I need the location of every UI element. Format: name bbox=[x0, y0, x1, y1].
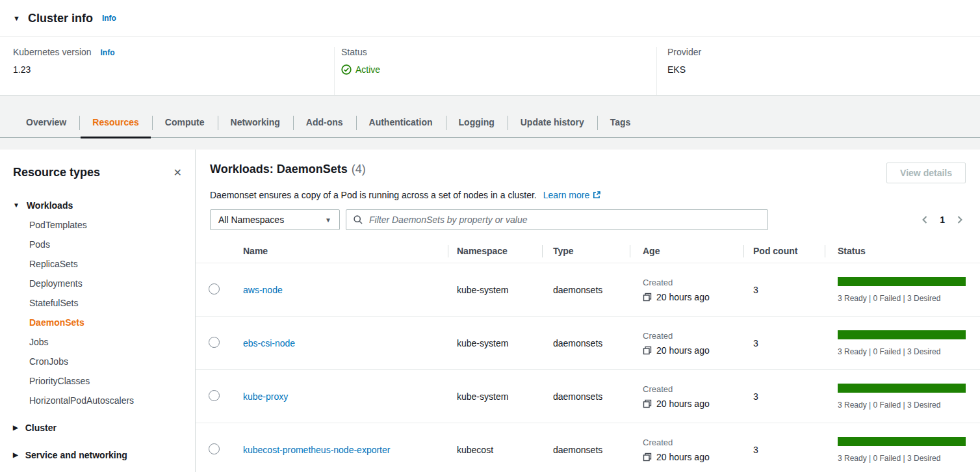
namespace-filter-value: All Namespaces bbox=[218, 215, 284, 225]
tabs-strip: Overview Resources Compute Networking Ad… bbox=[0, 96, 980, 150]
row-radio-button[interactable] bbox=[209, 443, 220, 454]
sidebar-item-podtemplates[interactable]: PodTemplates bbox=[29, 215, 186, 235]
sidebar-item-cronjobs[interactable]: CronJobs bbox=[29, 352, 186, 371]
namespace-cell: kube-system bbox=[448, 391, 542, 402]
copy-icon[interactable] bbox=[643, 346, 652, 355]
kubernetes-version-label: Kubernetes version bbox=[13, 47, 92, 57]
namespace-cell: kubecost bbox=[448, 445, 542, 455]
cluster-info-info-link[interactable]: Info bbox=[102, 14, 116, 23]
copy-icon[interactable] bbox=[643, 452, 652, 462]
pod-count-cell: 3 bbox=[743, 445, 825, 455]
sidebar-item-replicasets[interactable]: ReplicaSets bbox=[29, 254, 186, 274]
row-radio-button[interactable] bbox=[209, 390, 220, 401]
status-cell: 3 Ready | 0 Failed | 3 Desired bbox=[825, 437, 980, 463]
daemonsets-description: Daemonset ensures a copy of a Pod is run… bbox=[210, 190, 537, 200]
tab-tags[interactable]: Tags bbox=[597, 109, 644, 137]
column-header-type: Type bbox=[542, 239, 630, 263]
tab-resources[interactable]: Resources bbox=[79, 109, 152, 137]
resource-types-title: Resource types bbox=[13, 166, 100, 179]
learn-more-link[interactable]: Learn more bbox=[543, 190, 602, 200]
age-cell: Created 20 hours ago bbox=[630, 278, 743, 302]
cluster-info-card: ▼ Cluster info Info Kubernetes version I… bbox=[0, 0, 980, 96]
pod-count-cell: 3 bbox=[743, 338, 825, 348]
daemonset-name-link[interactable]: aws-node bbox=[243, 285, 283, 295]
status-bar bbox=[838, 437, 966, 446]
resource-types-panel: Resource types ✕ ▼ Workloads PodTemplate… bbox=[0, 150, 196, 472]
close-icon[interactable]: ✕ bbox=[170, 165, 186, 180]
tree-group-cluster-label: Cluster bbox=[25, 423, 57, 433]
tab-logging[interactable]: Logging bbox=[446, 109, 508, 137]
external-link-icon bbox=[592, 190, 601, 200]
chevron-left-icon bbox=[920, 215, 929, 225]
daemonsets-search bbox=[346, 209, 768, 230]
row-radio-button[interactable] bbox=[209, 283, 220, 295]
tab-add-ons[interactable]: Add-ons bbox=[293, 109, 356, 137]
sidebar-item-pods[interactable]: Pods bbox=[29, 235, 186, 254]
daemonset-name-link[interactable]: kubecost-prometheus-node-exporter bbox=[243, 445, 390, 455]
caret-right-icon: ▶ bbox=[13, 452, 18, 458]
daemonsets-heading: Workloads: DaemonSets(4) bbox=[210, 163, 366, 176]
namespace-cell: kube-system bbox=[448, 285, 542, 295]
view-details-button[interactable]: View details bbox=[886, 163, 966, 183]
sidebar-item-deployments[interactable]: Deployments bbox=[29, 274, 186, 293]
previous-page-button[interactable] bbox=[919, 213, 931, 226]
daemonsets-table: Name Namespace Type Age Pod count Status… bbox=[196, 239, 980, 472]
search-icon bbox=[353, 215, 363, 225]
daemonsets-title: Workloads: DaemonSets bbox=[210, 163, 348, 176]
status-bar bbox=[838, 277, 966, 286]
pod-count-cell: 3 bbox=[743, 391, 825, 402]
tree-group-workloads-label: Workloads bbox=[27, 200, 73, 211]
table-row: aws-node kube-system daemonsets Created … bbox=[196, 263, 980, 317]
sidebar-item-statefulsets[interactable]: StatefulSets bbox=[29, 293, 186, 313]
column-header-pod-count: Pod count bbox=[743, 239, 825, 263]
daemonsets-count: (4) bbox=[352, 163, 366, 176]
age-cell: Created 20 hours ago bbox=[630, 331, 743, 356]
next-page-button[interactable] bbox=[954, 213, 966, 226]
provider-field: Provider EKS bbox=[656, 47, 980, 95]
chevron-right-icon bbox=[955, 215, 964, 225]
search-input[interactable] bbox=[368, 214, 761, 226]
tree-group-service-and-networking[interactable]: ▶ Service and networking bbox=[13, 445, 186, 465]
daemonset-name-link[interactable]: ebs-csi-node bbox=[243, 338, 295, 348]
row-radio-button[interactable] bbox=[209, 337, 220, 348]
tree-group-workloads[interactable]: ▼ Workloads bbox=[13, 196, 186, 215]
table-row: kube-proxy kube-system daemonsets Create… bbox=[196, 370, 980, 423]
table-header-row: Name Namespace Type Age Pod count Status bbox=[196, 239, 980, 263]
tab-update-history[interactable]: Update history bbox=[508, 109, 597, 137]
type-cell: daemonsets bbox=[542, 391, 630, 402]
caret-down-icon: ▼ bbox=[13, 202, 19, 209]
type-cell: daemonsets bbox=[542, 445, 630, 455]
namespace-filter-dropdown[interactable]: All Namespaces ▼ bbox=[210, 209, 340, 230]
status-field: Status Active bbox=[334, 47, 656, 95]
tree-group-cluster[interactable]: ▶ Cluster bbox=[13, 418, 186, 438]
copy-icon[interactable] bbox=[643, 399, 652, 408]
tab-compute[interactable]: Compute bbox=[152, 109, 218, 137]
section-collapse-icon[interactable]: ▼ bbox=[13, 15, 20, 22]
status-value: Active bbox=[355, 64, 380, 75]
resource-types-tree: ▼ Workloads PodTemplates Pods ReplicaSet… bbox=[13, 196, 186, 465]
pod-count-cell: 3 bbox=[743, 285, 825, 295]
caret-right-icon: ▶ bbox=[13, 425, 18, 431]
cluster-info-header: ▼ Cluster info Info bbox=[0, 0, 980, 37]
current-page[interactable]: 1 bbox=[940, 215, 945, 225]
tab-networking[interactable]: Networking bbox=[218, 109, 293, 137]
status-label: Status bbox=[341, 47, 656, 57]
selection-column-header bbox=[196, 239, 237, 263]
column-header-age: Age bbox=[630, 239, 743, 263]
kubernetes-version-info-link[interactable]: Info bbox=[101, 48, 115, 57]
provider-label: Provider bbox=[667, 47, 980, 57]
copy-icon[interactable] bbox=[643, 293, 652, 302]
status-cell: 3 Ready | 0 Failed | 3 Desired bbox=[825, 330, 980, 356]
sidebar-item-daemonsets[interactable]: DaemonSets bbox=[29, 313, 186, 332]
sidebar-item-jobs[interactable]: Jobs bbox=[29, 332, 186, 352]
kubernetes-version-value: 1.23 bbox=[13, 64, 334, 75]
table-row: kubecost-prometheus-node-exporter kubeco… bbox=[196, 423, 980, 472]
daemonset-name-link[interactable]: kube-proxy bbox=[243, 391, 288, 402]
tab-overview[interactable]: Overview bbox=[13, 109, 79, 137]
sidebar-item-priorityclasses[interactable]: PriorityClasses bbox=[29, 371, 186, 391]
type-cell: daemonsets bbox=[542, 285, 630, 295]
sidebar-item-horizontalpodautoscalers[interactable]: HorizontalPodAutoscalers bbox=[29, 391, 186, 410]
namespace-cell: kube-system bbox=[448, 338, 542, 348]
tab-authentication[interactable]: Authentication bbox=[356, 109, 446, 137]
page-title: Cluster info bbox=[28, 12, 93, 25]
